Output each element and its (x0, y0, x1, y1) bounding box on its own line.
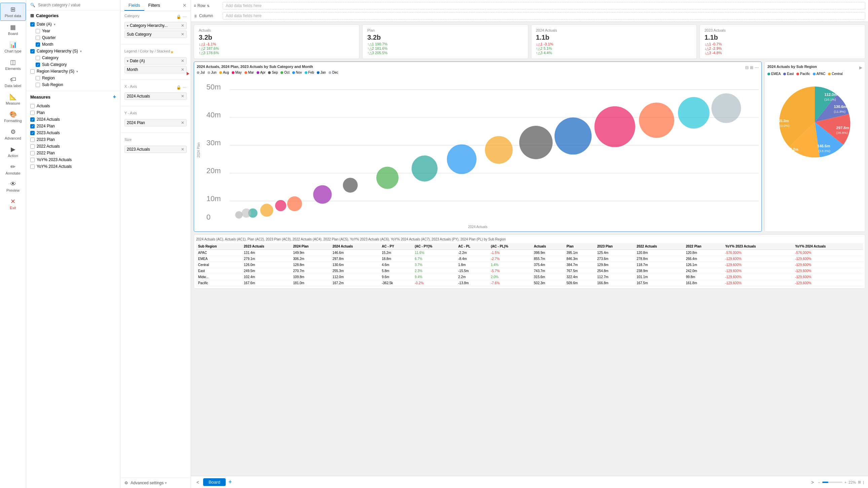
tree-item-date[interactable]: ✓ Date (A) ▾ (30, 21, 116, 28)
checkbox-category[interactable] (36, 56, 40, 60)
sidebar-item-preview[interactable]: 👁 Preview (0, 178, 26, 195)
checkbox-date[interactable]: ✓ (30, 22, 35, 27)
more-icon[interactable]: ⋯ (183, 14, 187, 19)
advanced-settings-expand-icon[interactable]: ▾ (165, 481, 167, 485)
checkbox-month[interactable]: ✓ (36, 42, 40, 47)
expand-cat-icon[interactable]: ▾ (80, 50, 82, 53)
fields-close-button[interactable]: ✕ (183, 0, 187, 11)
checkbox-cat-hierarchy[interactable]: ✓ (30, 49, 35, 54)
fields-tabs: Fields Filters ✕ (120, 0, 191, 11)
tree-item-cat-hierarchy[interactable]: ✓ Category Hierarchy (S) ▾ (30, 48, 116, 55)
checkbox-yoy-2023[interactable] (30, 158, 35, 162)
sidebar-item-data-label[interactable]: 🏷 Data label (0, 73, 26, 90)
checkbox-actuals[interactable] (30, 104, 35, 108)
zoom-minus-icon[interactable]: − (818, 480, 820, 484)
tag-remove-x-actuals[interactable]: ✕ (181, 94, 184, 98)
checkbox-2022-actuals[interactable] (30, 144, 35, 149)
search-input[interactable] (38, 3, 116, 7)
checkbox-2024-actuals[interactable]: ✓ (30, 117, 35, 122)
kpi-plan-value: 3.2b (367, 34, 523, 41)
tree-item-year[interactable]: Year (30, 28, 116, 34)
sidebar-item-action[interactable]: ▶ Action (0, 143, 26, 160)
tag-cat-hierarchy[interactable]: ▾ Category Hierarchy... ✕ (124, 22, 187, 29)
fields-panel: Fields Filters ✕ Category 🔒 ⋯ ▾ Category… (120, 0, 191, 488)
tree-item-sub-region[interactable]: Sub Region (30, 81, 116, 88)
measure-item-plan[interactable]: Plan (30, 109, 116, 116)
sidebar-item-formatting[interactable]: 🎨 Formatting (0, 108, 26, 125)
checkbox-2023-plan[interactable] (30, 138, 35, 142)
measure-item-2023-plan[interactable]: 2023 Plan (30, 136, 116, 143)
measure-item-2023-actuals[interactable]: ✓ 2023 Actuals (30, 129, 116, 136)
checkbox-sub-region[interactable] (36, 83, 40, 87)
tab-fields[interactable]: Fields (124, 0, 144, 11)
expand-date-icon[interactable]: ▾ (54, 23, 56, 26)
tree-item-month[interactable]: ✓ Month (30, 41, 116, 48)
measure-item-2024-plan[interactable]: ✓ 2024 Plan (30, 123, 116, 129)
sidebar-item-chart-type[interactable]: 📊 Chart type (0, 38, 26, 56)
table-header-row: Sub Region 2023 Actuals 2024 Plan 2024 A… (196, 243, 863, 250)
tree-item-quarter[interactable]: Quarter (30, 34, 116, 41)
checkbox-2023-actuals[interactable]: ✓ (30, 131, 35, 135)
checkbox-plan[interactable] (30, 111, 35, 115)
measure-item-2022-plan[interactable]: 2022 Plan (30, 150, 116, 156)
expand-icon[interactable]: ⊞ (750, 65, 753, 70)
measure-item-actuals[interactable]: Actuals (30, 102, 116, 109)
sidebar-item-advanced[interactable]: ⚙ Advanced (0, 125, 26, 143)
settings-icon[interactable]: | (863, 480, 864, 484)
table-row: Pacific 167.6m 181.0m 167.2m -362.5k -0.… (196, 280, 863, 286)
col-add-field[interactable]: Add data fields here (223, 12, 865, 20)
tag-remove-month[interactable]: ✕ (181, 67, 184, 72)
sidebar-item-annotate[interactable]: ✏ Annotate (0, 160, 26, 178)
next-page-button[interactable]: > (810, 479, 815, 486)
zoom-plus-icon[interactable]: + (844, 480, 846, 484)
checkbox-region-hierarchy[interactable] (30, 69, 35, 74)
tree-item-category[interactable]: Category (30, 55, 116, 61)
sidebar-item-elements[interactable]: ◫ Elements (0, 56, 26, 73)
checkbox-region[interactable] (36, 76, 40, 81)
measure-item-yoy-2024[interactable]: YoY% 2024 Actuals (30, 163, 116, 170)
measure-item-yoy-2023[interactable]: YoY% 2023 Actuals (30, 156, 116, 163)
checkbox-2022-plan[interactable] (30, 151, 35, 155)
tag-x-2024-actuals[interactable]: 2024 Actuals ✕ (124, 92, 187, 100)
expand-region-icon[interactable]: ▾ (76, 70, 78, 73)
more-chart-icon[interactable]: ⋯ (755, 65, 759, 70)
y-axis-label: Y - Axis (124, 111, 137, 115)
tag-remove-sub-category[interactable]: ✕ (181, 32, 184, 37)
checkbox-2024-plan[interactable]: ✓ (30, 124, 35, 128)
sidebar-item-exit[interactable]: ✕ Exit (0, 195, 26, 213)
measure-item-2022-actuals[interactable]: 2022 Actuals (30, 143, 116, 150)
add-tab-button[interactable]: + (228, 479, 232, 486)
tag-remove-cat-hierarchy[interactable]: ✕ (181, 23, 184, 28)
measure-item-2024-actuals[interactable]: ✓ 2024 Actuals (30, 116, 116, 123)
tag-date-a[interactable]: ▾ Date (A) ✕ (124, 57, 187, 65)
checkbox-sub-category[interactable]: ✓ (36, 63, 40, 67)
tag-size-2023-actuals[interactable]: 2023 Actuals ✕ (124, 146, 187, 153)
svg-text:(23.0%): (23.0%) (778, 124, 789, 127)
tree-item-region-hierarchy[interactable]: Region Hierarchy (S) ▾ (30, 68, 116, 75)
tag-y-2024-plan[interactable]: 2024 Plan ✕ (124, 119, 187, 126)
tag-remove-date-a[interactable]: ✕ (181, 59, 184, 63)
board-tab-button[interactable]: Board (203, 478, 226, 486)
prev-page-button[interactable]: < (195, 479, 200, 486)
tab-filters[interactable]: Filters (144, 0, 164, 11)
fullscreen-icon[interactable]: ⊞ (858, 480, 861, 484)
tree-item-sub-category[interactable]: ✓ Sub Category (30, 61, 116, 68)
checkbox-yoy-2024[interactable] (30, 164, 35, 169)
x-axis-more-icon[interactable]: ⋯ (183, 85, 187, 90)
tag-remove-y-plan[interactable]: ✕ (181, 120, 184, 125)
tag-sub-category[interactable]: Sub Category ✕ (124, 31, 187, 38)
tag-month[interactable]: Month ✕ (124, 66, 187, 73)
pie-expand-icon[interactable]: ▶ (859, 65, 862, 70)
tag-remove-size-actuals[interactable]: ✕ (181, 147, 184, 152)
filter-icon[interactable]: ⊟ (745, 65, 749, 70)
sidebar-item-pivot-data[interactable]: ⊞ Pivot data (0, 3, 26, 21)
add-measure-button[interactable]: + (113, 94, 116, 100)
checkbox-quarter[interactable] (36, 36, 40, 40)
tree-item-region[interactable]: Region (30, 75, 116, 81)
row-add-field[interactable]: Add data fields here (223, 2, 865, 9)
tree-label-year: Year (42, 29, 50, 33)
checkbox-year[interactable] (36, 29, 40, 33)
sidebar-item-measure[interactable]: 📐 Measure (0, 90, 26, 108)
sidebar-item-board[interactable]: ▦ Board (0, 21, 26, 38)
bottom-bar: < Board + > − + 22% ⊞ | (191, 476, 868, 488)
